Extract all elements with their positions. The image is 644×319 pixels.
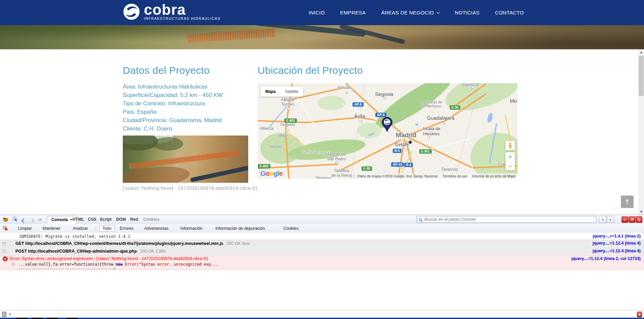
field-superficie: Superficie/Capacidad: 5,2 km - 450 KW [123,91,264,99]
log-row-post-request[interactable]: + POST http://localhost/COBRA_CIH/wp-adm… [0,248,644,255]
map-label-getafe: Getafe [395,142,409,147]
persist-button[interactable]: Mantener [43,226,60,231]
map-road [408,137,472,168]
scrollbar-thumb[interactable] [639,56,644,96]
filter-info-depuracion[interactable]: Información de depuración [215,226,265,231]
expand-icon[interactable]: + [3,250,6,253]
tab-dom[interactable]: DOM [116,217,126,222]
tab-script[interactable]: Script [100,217,111,222]
cobra-logo[interactable]: cobra INFRAESTRUCTURAS HIDRAULICAS [122,3,221,21]
filter-advertencias[interactable]: Advertencias [144,226,168,231]
expand-icon[interactable]: + [3,242,6,245]
zoom-out-button[interactable]: − [505,162,515,171]
request-url[interactable]: http://localhost/COBRA_CIH/wp-content/th… [25,241,223,246]
profile-button[interactable]: Analizar [73,226,88,231]
town-dot [286,129,289,131]
map-label-hervas: Hervás [269,144,281,149]
filter-cookies[interactable]: Cookies [283,226,299,231]
request-url[interactable]: http://localhost/COBRA_CIH/wp-admin/admi… [28,249,137,254]
zoom-in-button[interactable]: + [505,152,515,162]
road-badge-e803: E-803 [258,164,270,168]
log-row-get-request[interactable]: + GET http://localhost/COBRA_CIH/wp-cont… [0,240,644,248]
request-status: 200 OK 2,86s [140,249,166,254]
map-zoom-control: + − [505,152,515,170]
command-line-icon[interactable] [2,312,6,317]
back-icon[interactable] [22,218,25,224]
main-menu: INICIO EMPRESA ÁREAS DE NEGOCIO NOTICIAS… [309,0,524,25]
taskbar-window [16,318,28,319]
scroll-to-top-button[interactable]: ↑ [621,196,634,208]
nav-item-contacto[interactable]: CONTACTO [495,10,524,15]
tab-cookies[interactable]: Cookies [143,217,160,222]
tab-red[interactable]: Red [130,217,138,222]
firebug-detach-button[interactable] [629,216,635,223]
panel-list-icon[interactable]: ›≡ [38,217,42,222]
nav-item-areas-de-negocio[interactable]: ÁREAS DE NEGOCIO [381,10,439,15]
photo-trees [153,137,183,151]
town-dot [443,122,445,125]
page-scrollbar[interactable]: ▲ ▼ [638,49,644,215]
map-label-avila: Ávila [354,113,365,119]
nav-item-noticias[interactable]: NOTICIAS [455,10,480,15]
search-next-button[interactable]: ∨ [607,216,614,223]
filter-errores[interactable]: Errores [120,226,133,231]
map-type-satellite-button[interactable]: Satélite [280,87,303,97]
console-search-input[interactable] [417,216,596,223]
nav-item-inicio[interactable]: INICIO [309,10,325,15]
search-prev-button[interactable]: ∧ [599,216,606,223]
pegman-icon [508,142,512,149]
chevron-down-icon [436,11,440,14]
map-terrain [358,123,382,138]
street-view-pegman-button[interactable] [505,141,515,150]
tab-css[interactable]: CSS [88,217,97,222]
road-badge-r5: R-5 [393,149,401,153]
google-logo[interactable]: Google [260,169,282,177]
google-map[interactable]: Salamanca Arévalo Segovia Sigüenza Mo La… [258,83,518,179]
road-badge-e90: E-90 [450,105,460,110]
break-on-errors-icon[interactable] [3,226,8,231]
map-type-map-button[interactable]: Mapa [261,87,280,97]
map-label-tarancon: Tarancón [441,167,458,172]
forward-icon[interactable] [30,218,34,224]
map-label-cuenca: Cue [498,162,506,167]
source-link[interactable]: jquery....=1.12.4 (línea 2, col 12733) [572,256,641,261]
map-label-alba-de-tormes: Alba de Tormes [277,97,299,107]
field-cliente: Cliente: C.H. Duero [123,124,264,133]
filter-informacion[interactable]: Información [180,226,202,231]
command-line-bar[interactable]: > [0,310,644,318]
project-location-marker[interactable] [381,117,393,134]
scrollbar-down-arrow[interactable]: ▼ [638,209,644,215]
town-dot [405,149,407,151]
road-badge-e901: E-901 [419,149,432,154]
tab-html[interactable]: HTML [72,217,84,222]
town-dot-madrid [409,141,412,144]
source-link[interactable]: jquery-...r=1.4.1 (línea 2) [593,234,641,238]
taskbar-edge [0,318,644,319]
source-link[interactable]: jquery....=1.12.4 (línea 4) [593,241,641,246]
filter-todo[interactable]: Todo [99,225,114,232]
photo-safety-fence [129,150,239,169]
brand-tagline: INFRAESTRUCTURAS HIDRAULICAS [144,16,221,20]
report-map-error-link[interactable]: Informar de un error de Maps [472,174,516,178]
project-photo[interactable] [123,136,248,183]
source-link[interactable]: jquery....=1.12.4 (línea 4) [593,249,641,253]
error-icon: ✕ [3,256,8,261]
inspect-element-icon[interactable] [13,217,18,223]
map-label-la-granja: La Granja de S. Ildefonso [413,100,450,108]
firebug-minimize-button[interactable] [622,216,628,223]
clear-button[interactable]: Limpiar [18,226,32,231]
breakpoint-dot[interactable] [11,262,15,266]
taskbar-window [47,318,58,319]
command-prompt[interactable]: > [9,312,11,317]
terms-of-use-link[interactable]: Términos de uso [442,174,467,178]
scrollbar-up-arrow[interactable]: ▲ [638,49,644,55]
firebug-close-button[interactable] [636,216,642,223]
map-label-mo: Mo [510,98,517,104]
request-status: 200 OK 4ms [226,241,250,246]
map-label-guadalajara: Guadalajara [427,115,454,121]
error-count-badge[interactable] [637,312,642,317]
map-type-control: Mapa Satélite [261,87,303,97]
nav-item-empresa[interactable]: EMPRESA [340,10,366,15]
firebug-menu-icon[interactable] [3,217,8,223]
log-text: JQMIGRATE: Migrate is installed, version… [19,234,130,239]
